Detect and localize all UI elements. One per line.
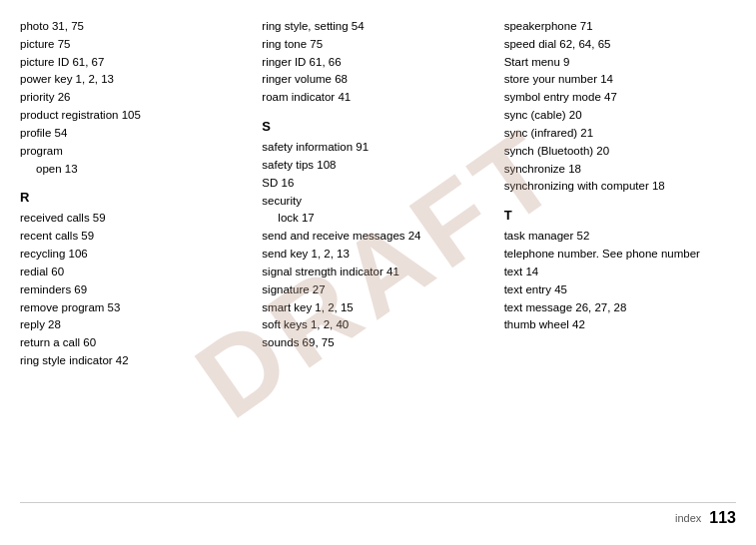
list-item: send key 1, 2, 13 [262, 246, 493, 264]
list-item: received calls 59 [20, 210, 252, 228]
list-item: soft keys 1, 2, 40 [262, 316, 493, 334]
list-item: task manager 52 [504, 228, 736, 246]
list-item: picture ID 61, 67 [20, 54, 252, 72]
list-item: send and receive messages 24 [262, 228, 493, 246]
footer: index 113 [20, 502, 736, 527]
list-item: lock 17 [262, 210, 493, 228]
list-item: sync (cable) 20 [504, 107, 736, 125]
list-item: signal strength indicator 41 [262, 264, 493, 281]
list-item: ringer ID 61, 66 [262, 54, 493, 72]
list-item: roam indicator 41 [262, 89, 493, 107]
list-item: sync (infrared) 21 [504, 125, 736, 143]
list-item: picture 75 [20, 36, 252, 54]
list-item: priority 26 [20, 89, 252, 107]
columns-wrapper: photo 31, 75picture 75picture ID 61, 67p… [20, 18, 736, 498]
list-item: synch (Bluetooth) 20 [504, 143, 736, 161]
list-item: power key 1, 2, 13 [20, 71, 252, 89]
footer-label: index [675, 512, 701, 524]
list-item: telephone number. See phone number [504, 246, 736, 264]
list-item: speakerphone 71 [504, 18, 736, 36]
column-3: speakerphone 71speed dial 62, 64, 65Star… [504, 18, 736, 498]
list-item: product registration 105 [20, 107, 252, 125]
list-item: text 14 [504, 264, 736, 281]
list-item: sounds 69, 75 [262, 334, 493, 352]
list-item: signature 27 [262, 281, 493, 299]
section-heading: R [20, 188, 252, 208]
list-item: open 13 [20, 161, 252, 179]
list-item: security [262, 193, 493, 211]
section-heading: S [262, 117, 493, 137]
column-2: ring style, setting 54ring tone 75ringer… [262, 18, 503, 498]
list-item: profile 54 [20, 125, 252, 143]
list-item: smart key 1, 2, 15 [262, 299, 493, 317]
list-item: Start menu 9 [504, 54, 736, 72]
list-item: synchronizing with computer 18 [504, 178, 736, 196]
list-item: thumb wheel 42 [504, 316, 736, 334]
list-item: safety tips 108 [262, 157, 493, 175]
list-item: ring tone 75 [262, 36, 493, 54]
list-item: reply 28 [20, 316, 252, 334]
list-item: ring style, setting 54 [262, 18, 493, 36]
list-item: SD 16 [262, 175, 493, 193]
list-item: reminders 69 [20, 281, 252, 299]
section-heading: T [504, 206, 736, 226]
list-item: recent calls 59 [20, 228, 252, 246]
list-item: text message 26, 27, 28 [504, 299, 736, 317]
list-item: photo 31, 75 [20, 18, 252, 36]
list-item: recycling 106 [20, 246, 252, 264]
list-item: store your number 14 [504, 71, 736, 89]
list-item: safety information 91 [262, 139, 493, 157]
footer-page-number: 113 [709, 509, 736, 527]
list-item: synchronize 18 [504, 161, 736, 179]
list-item: text entry 45 [504, 281, 736, 299]
column-1: photo 31, 75picture 75picture ID 61, 67p… [20, 18, 262, 498]
list-item: symbol entry mode 47 [504, 89, 736, 107]
list-item: redial 60 [20, 264, 252, 281]
list-item: program [20, 143, 252, 161]
list-item: ringer volume 68 [262, 71, 493, 89]
page-container: DRAFT photo 31, 75picture 75picture ID 6… [0, 0, 756, 545]
list-item: remove program 53 [20, 299, 252, 317]
list-item: ring style indicator 42 [20, 352, 252, 370]
list-item: speed dial 62, 64, 65 [504, 36, 736, 54]
list-item: return a call 60 [20, 334, 252, 352]
